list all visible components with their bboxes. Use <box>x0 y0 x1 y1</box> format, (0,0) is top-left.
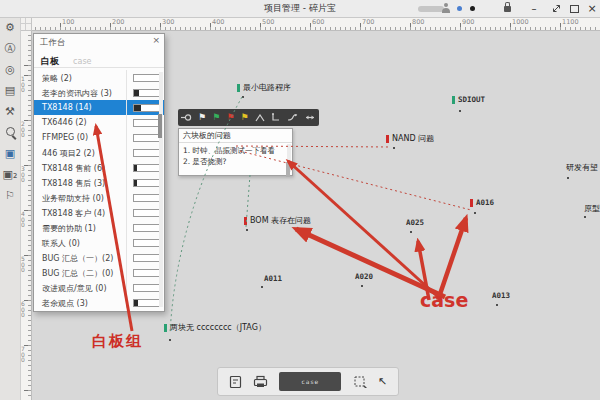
node-label: A025 <box>406 218 424 227</box>
flag-tool-icon[interactable]: ⚐ <box>0 185 20 206</box>
new-note-icon[interactable] <box>229 375 242 389</box>
note-title: 六块板的问题 <box>179 129 292 143</box>
list-item-label: 改进观点/意见 (0) <box>42 283 107 294</box>
pages-2-icon[interactable]: ▣₂ <box>0 164 20 185</box>
flag-yellow-icon[interactable]: ⚑ <box>241 113 249 122</box>
status-dot-black-icon[interactable] <box>470 6 475 11</box>
node-yanfa[interactable]: 研发有望 <box>566 162 598 173</box>
user-icon[interactable] <box>441 3 451 14</box>
list-item[interactable]: TX8148 (14) <box>34 100 164 115</box>
node-a020[interactable]: A020 <box>355 272 373 281</box>
transform-selection-icon[interactable] <box>353 375 367 388</box>
node-yuanxing[interactable]: 原型 <box>584 203 600 214</box>
list-item[interactable]: 老李的资讯内容 (3) <box>34 85 164 100</box>
list-item[interactable]: 446 项目2 (2) <box>34 145 164 160</box>
note-line: 1. 时钟、晶振测试一下看看 <box>183 145 284 156</box>
list-item[interactable]: 联系人 (0) <box>34 235 164 250</box>
h-ruler-label: 800 <box>412 18 424 26</box>
search-glass-shape <box>6 127 15 136</box>
progress-bar <box>133 269 160 277</box>
list-item[interactable]: BUG 汇总（二）(0) <box>34 265 164 280</box>
maximize-button[interactable] <box>566 0 582 17</box>
search-icon[interactable] <box>0 122 20 143</box>
list-item-label: 联系人 (0) <box>42 238 80 249</box>
v-ruler-label: 200 <box>21 121 27 138</box>
note-scrollbar-thumb[interactable] <box>286 162 290 177</box>
h-ruler-label: 600 <box>312 18 324 26</box>
workbench-panel: 工作台 × 白板 case 策略 (2) 老李的资讯内容 (3) TX8148 … <box>33 33 165 312</box>
anchor-dot <box>361 285 363 287</box>
tab-case[interactable]: case <box>73 57 91 66</box>
list-item[interactable]: TX8148 客户 (4) <box>34 205 164 220</box>
green-marker-icon <box>452 96 455 104</box>
list-item[interactable]: TX8148 售后 (3) <box>34 175 164 190</box>
list-item-label: FFMPEG (0) <box>42 133 88 142</box>
list-item[interactable]: 业务帮助支持 (0) <box>34 190 164 205</box>
object-toolbar: ⚑ ⚑ ⚑ ⚑ <box>178 109 319 126</box>
panel-scrollbar-thumb[interactable] <box>158 114 162 138</box>
minimize-button[interactable]: – <box>526 0 542 17</box>
tools-icon[interactable]: ⚒ <box>0 101 20 122</box>
annotation-case-label: case <box>420 289 468 311</box>
anchor-dot <box>459 110 461 112</box>
list-item-label: TX8148 售后 (3) <box>42 178 105 189</box>
list-item[interactable]: 需要的协助 (1) <box>34 220 164 235</box>
fullscreen-button[interactable] <box>548 0 564 17</box>
workbench-panel-header[interactable]: 工作台 <box>34 34 164 50</box>
tab-whiteboard[interactable]: 白板 <box>41 56 59 66</box>
node-bom[interactable]: BOM 表存在问题 <box>244 215 311 226</box>
pages-icon[interactable]: ▣ <box>0 143 20 164</box>
anchor-dot <box>242 96 244 98</box>
note-card[interactable]: 六块板的问题 1. 时钟、晶振测试一下看看 2. 是否烧测? <box>178 128 293 176</box>
node-a013[interactable]: A013 <box>492 291 510 300</box>
curve-connector-icon[interactable] <box>287 113 298 122</box>
account-icon[interactable]: Ⓐ <box>0 38 20 59</box>
case-mode-button[interactable]: case <box>279 372 341 391</box>
elbow-connector-icon[interactable] <box>271 113 281 122</box>
anchor-dot <box>246 229 248 231</box>
settings-icon[interactable]: ⚙ <box>0 17 20 38</box>
list-item[interactable]: TX8148 售前 (6) <box>34 160 164 175</box>
polyline-connector-icon[interactable] <box>255 114 265 122</box>
workbench-panel-title: 工作台 <box>40 37 66 47</box>
progress-bar <box>133 164 160 172</box>
note-scrollbar[interactable] <box>287 144 291 172</box>
flag-white-icon[interactable]: ⚑ <box>198 113 206 122</box>
node-label: 研发有望 <box>566 162 598 173</box>
list-item[interactable]: BUG 汇总（一）(2) <box>34 250 164 265</box>
list-item[interactable]: TX6446 (2) <box>34 115 164 130</box>
list-item[interactable]: FFMPEG (0) <box>34 130 164 145</box>
flag-red-icon[interactable]: ⚑ <box>226 113 234 122</box>
line-connector-icon[interactable] <box>304 114 316 121</box>
node-sdiout[interactable]: SDIOUT <box>452 95 485 104</box>
list-item[interactable]: 改进观点/意见 (0) <box>34 280 164 295</box>
list-item[interactable]: 策略 (2) <box>34 70 164 85</box>
flag-green-icon[interactable]: ⚑ <box>212 113 220 122</box>
list-item[interactable]: 老余观点 (3) <box>34 295 164 310</box>
node-a025[interactable]: A025 <box>406 218 424 227</box>
pin-icon[interactable] <box>181 113 192 122</box>
record-icon[interactable]: ◎ <box>0 59 20 80</box>
panel-scrollbar[interactable] <box>159 72 163 307</box>
node-jtag[interactable]: 两块无 cccccccc（JTAG） <box>164 322 266 333</box>
node-label: SDIOUT <box>458 95 485 104</box>
close-button[interactable]: × <box>584 0 600 17</box>
node-min-circuit[interactable]: 最小电路程序 <box>237 82 291 93</box>
progress-bar <box>133 239 160 247</box>
progress-bar <box>133 89 160 97</box>
node-label: A013 <box>492 291 510 300</box>
select-cursor-icon[interactable]: ↖ <box>378 376 387 387</box>
list-item-label: TX8148 (14) <box>42 103 92 112</box>
note-card-icon[interactable]: ▤ <box>0 80 20 101</box>
lock-icon[interactable] <box>504 6 511 12</box>
node-nand[interactable]: NAND 问题 <box>386 133 434 144</box>
workbench-close-icon[interactable]: × <box>152 35 160 45</box>
node-a011[interactable]: A011 <box>264 274 282 283</box>
progress-bar <box>133 149 160 157</box>
h-ruler-label: 500 <box>262 18 274 26</box>
panel-column-divider <box>126 70 127 308</box>
status-dot-blue-icon[interactable] <box>457 6 462 11</box>
printer-icon[interactable] <box>253 375 268 388</box>
node-a016[interactable]: A016 <box>470 198 494 207</box>
v-ruler-label: 500 <box>21 256 27 273</box>
